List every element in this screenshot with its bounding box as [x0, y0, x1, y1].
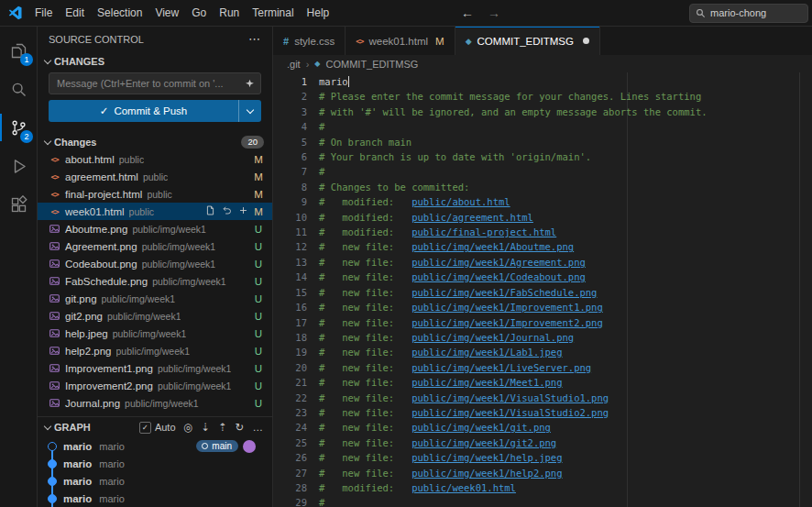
scm-file-row[interactable]: git2.pngpublic/img/week1U	[38, 307, 272, 325]
code-line: 23# new file: public/img/week1/VisualStu…	[273, 405, 812, 420]
file-link[interactable]: public/img/week1/git2.png	[411, 437, 556, 448]
scm-file-row[interactable]: FabSchedule.pngpublic/img/week1U	[38, 272, 272, 290]
file-link[interactable]: public/img/week1/Codeabout.png	[411, 271, 586, 282]
breadcrumb[interactable]: .git › ◆ COMMIT_EDITMSG	[273, 55, 812, 72]
file-link[interactable]: public/img/week1/Improvement2.png	[411, 317, 603, 328]
file-link[interactable]: public/agreement.html	[411, 212, 533, 223]
commit-row[interactable]: mariomario	[38, 455, 272, 472]
file-link[interactable]: public/img/week1/help.jpeg	[411, 452, 562, 463]
scm-file-row[interactable]: Improvement2.pngpublic/img/week1U	[38, 377, 272, 394]
menu-item-run[interactable]: Run	[213, 4, 246, 22]
run-debug-icon[interactable]	[0, 147, 37, 185]
breadcrumb-folder[interactable]: .git	[287, 59, 301, 70]
file-link[interactable]: public/img/week1/Journal.png	[411, 332, 574, 343]
scm-file-row[interactable]: help.jpegpublic/img/week1U	[38, 325, 272, 342]
line-text: # Please enter the commit message for yo…	[319, 89, 701, 104]
scm-file-row[interactable]: <>about.htmlpublicM	[38, 150, 272, 168]
file-link[interactable]: public/img/week1/git.png	[411, 422, 551, 433]
scm-file-row[interactable]: <>agreement.htmlpublicM	[38, 168, 272, 185]
file-path: public/img/week1	[107, 311, 181, 322]
file-path: public	[119, 154, 144, 165]
line-text: # new file: public/img/week1/Improvement…	[319, 315, 603, 330]
scm-file-row[interactable]: <>final-project.htmlpublicM	[38, 185, 272, 203]
branch-badge[interactable]: main	[196, 440, 238, 452]
graph-header[interactable]: GRAPH ✓ Auto ◎ ⇣ ⇡ ↻ …	[38, 417, 272, 437]
breadcrumb-file[interactable]: COMMIT_EDITMSG	[326, 59, 419, 70]
source-control-icon[interactable]: 2	[0, 108, 37, 147]
more-actions-icon[interactable]: ⋯	[248, 32, 261, 46]
menu-item-selection[interactable]: Selection	[91, 4, 148, 22]
line-number: 21	[273, 375, 307, 390]
menu-item-edit[interactable]: Edit	[59, 4, 91, 22]
file-link[interactable]: public/img/week1/VisualStudio2.png	[411, 407, 609, 418]
file-path: public/img/week1	[158, 363, 232, 374]
file-name: Improvement1.png	[65, 363, 153, 374]
commit-and-push-button[interactable]: ✓ Commit & Push	[49, 100, 261, 122]
scm-file-row[interactable]: help2.pngpublic/img/week1U	[38, 342, 272, 359]
git-status-badge: U	[253, 398, 264, 409]
file-link[interactable]: public/about.html	[411, 196, 510, 207]
menu-item-help[interactable]: Help	[301, 4, 336, 22]
line-text: # Your branch is up to date with 'origin…	[319, 149, 591, 164]
commit-row[interactable]: mariomario	[38, 472, 272, 490]
menu-item-view[interactable]: View	[148, 4, 185, 22]
commit-row[interactable]: mariomariomain	[38, 437, 272, 455]
auto-checkbox[interactable]: ✓ Auto	[139, 422, 176, 434]
commit-row[interactable]: mariomario	[38, 490, 272, 507]
file-link[interactable]: public/week01.html	[411, 482, 516, 493]
graph-target-icon[interactable]: ◎	[184, 421, 193, 434]
code-line: 16# new file: public/img/week1/Improveme…	[273, 300, 812, 314]
scm-file-row[interactable]: Agreement.pngpublic/img/week1U	[38, 237, 272, 255]
file-link[interactable]: public/img/week1/Agreement.png	[411, 257, 586, 268]
file-link[interactable]: public/img/week1/Improvement1.png	[411, 302, 603, 313]
generate-commit-message-icon[interactable]	[245, 79, 255, 89]
tab-week01-html[interactable]: <>week01.htmlM	[346, 27, 455, 55]
file-link[interactable]: public/img/week1/Meet1.png	[411, 377, 562, 388]
dirty-dot-icon[interactable]	[583, 38, 589, 44]
menu-item-go[interactable]: Go	[185, 4, 213, 22]
discard-changes-icon[interactable]	[222, 205, 232, 217]
file-link[interactable]: public/img/week1/LiveServer.png	[411, 362, 591, 373]
file-link[interactable]: public/img/week1/help2.png	[411, 468, 562, 479]
scm-file-row[interactable]: Codeabout.pngpublic/img/week1U	[38, 255, 272, 272]
line-text: mario	[319, 74, 349, 89]
forward-arrow-icon[interactable]: →	[488, 6, 500, 19]
changes-list-header[interactable]: Changes 20	[38, 133, 272, 150]
changes-section-header[interactable]: CHANGES	[38, 51, 272, 71]
fetch-icon[interactable]: ⇣	[202, 421, 211, 434]
commit-dropdown-button[interactable]	[239, 107, 261, 116]
commit-message-input[interactable]	[55, 77, 241, 90]
line-text: # new file: public/img/week1/FabSchedule…	[319, 285, 597, 300]
scm-file-row[interactable]: <>week01.htmlpublicM	[38, 203, 272, 220]
stage-changes-icon[interactable]	[238, 205, 248, 217]
graph-more-icon[interactable]: …	[253, 422, 264, 433]
tab-commit-editmsg[interactable]: ◆COMMIT_EDITMSG	[455, 27, 600, 55]
file-link[interactable]: public/img/week1/Aboutme.png	[411, 241, 574, 252]
file-link[interactable]: public/img/week1/FabSchedule.png	[411, 287, 597, 298]
code-editor[interactable]: 1mario2# Please enter the commit message…	[273, 72, 812, 507]
file-link[interactable]: public/final-project.html	[411, 226, 556, 237]
push-icon[interactable]: ⇡	[218, 421, 227, 434]
scm-file-row[interactable]: Improvement1.pngpublic/img/week1U	[38, 359, 272, 377]
menu-bar: FileEditSelectionViewGoRunTerminalHelp	[28, 4, 335, 22]
command-center-search[interactable]: mario-chong	[689, 4, 808, 23]
code-line: 15# new file: public/img/week1/FabSchedu…	[273, 285, 812, 300]
file-link[interactable]: public/img/week1/VisualStudio1.png	[411, 392, 609, 403]
line-number: 15	[273, 285, 307, 300]
tab-style-css[interactable]: #style.css	[273, 27, 346, 55]
menu-item-terminal[interactable]: Terminal	[246, 4, 300, 22]
scm-file-row[interactable]: Journal.pngpublic/img/week1U	[38, 394, 272, 412]
extensions-icon[interactable]	[0, 185, 37, 224]
search-sidebar-icon[interactable]	[0, 70, 37, 108]
explorer-icon[interactable]: 1	[0, 31, 37, 70]
git-status-badge: U	[253, 346, 264, 357]
menu-item-file[interactable]: File	[28, 4, 59, 22]
scm-file-row[interactable]: Aboutme.pngpublic/img/week1U	[38, 220, 272, 237]
refresh-icon[interactable]: ↻	[236, 421, 245, 434]
line-text: # new file: public/img/week1/Agreement.p…	[319, 255, 586, 270]
open-file-icon[interactable]	[205, 205, 215, 217]
line-number: 2	[273, 89, 307, 104]
file-link[interactable]: public/img/week1/Lab1.jpeg	[411, 347, 562, 358]
back-arrow-icon[interactable]: ←	[461, 6, 474, 19]
scm-file-row[interactable]: git.pngpublic/img/week1U	[38, 290, 272, 307]
